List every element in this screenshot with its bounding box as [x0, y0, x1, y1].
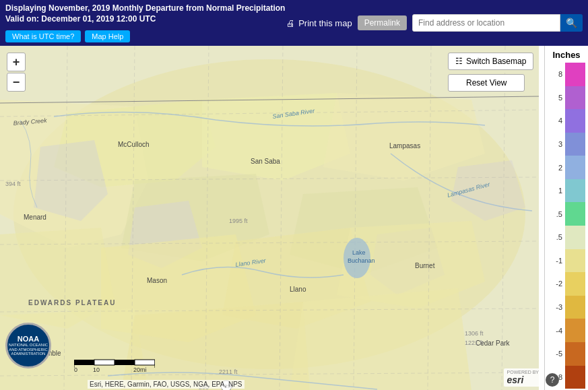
legend-color-swatch	[565, 226, 585, 249]
svg-rect-64	[135, 360, 155, 365]
noaa-emblem: NOAA NATIONAL OCEANIC AND ATMOSPHERIC AD…	[5, 323, 51, 368]
legend-item: 4	[545, 109, 588, 133]
print-button[interactable]: 🖨 Print this map	[286, 18, 352, 28]
legend-label: -5	[549, 350, 562, 358]
legend-color-swatch	[565, 109, 585, 133]
legend-item: .5	[545, 226, 588, 249]
legend-item: 1	[545, 179, 588, 203]
noaa-text: NOAA	[18, 335, 39, 343]
svg-text:Lampasas: Lampasas	[389, 142, 420, 150]
legend-item: 3	[545, 133, 588, 156]
printer-icon: 🖨	[286, 18, 295, 28]
legend-color-swatch	[565, 296, 585, 319]
svg-text:EDWARDS PLATEAU: EDWARDS PLATEAU	[28, 299, 116, 306]
svg-text:Llano: Llano	[290, 286, 306, 293]
header-right: 🖨 Print this map Permalink 🔍	[286, 14, 583, 32]
legend-item: -5	[545, 342, 588, 366]
legend-label: .5	[549, 210, 562, 218]
legend-color-swatch	[565, 249, 585, 273]
svg-marker-17	[121, 302, 310, 390]
svg-text:McCulloch: McCulloch	[118, 141, 150, 148]
svg-marker-18	[290, 288, 471, 390]
svg-text:1306 ft: 1306 ft	[465, 330, 484, 337]
svg-text:Menard: Menard	[24, 214, 46, 221]
esri-logo: POWERED BY esri	[504, 368, 542, 387]
legend-label: -4	[549, 327, 562, 335]
legend-label: -2	[549, 280, 562, 288]
legend-label: 8	[549, 70, 562, 78]
svg-rect-62	[94, 360, 115, 365]
scale-svg: 0 10 20mi	[74, 354, 155, 375]
legend-label: .5	[549, 233, 562, 241]
reset-view-button[interactable]: Reset View	[448, 74, 525, 92]
legend-label: 5	[549, 94, 562, 102]
legend-item: 2	[545, 156, 588, 179]
powered-by-text: POWERED BY	[507, 370, 539, 375]
header: Displaying November, 2019 Monthly Depart…	[0, 0, 588, 46]
legend-label: -1	[549, 257, 562, 265]
legend-color-swatch	[565, 272, 585, 296]
legend-label: 2	[549, 164, 562, 172]
svg-text:394 ft: 394 ft	[5, 181, 21, 187]
noaa-subtitle: NATIONAL OCEANIC AND ATMOSPHERIC ADMINIS…	[7, 343, 49, 356]
utc-time-button[interactable]: What is UTC time?	[5, 30, 81, 42]
legend-color-swatch	[565, 179, 585, 203]
legend-item: 8	[545, 63, 588, 86]
noaa-logo: NOAA NATIONAL OCEANIC AND ATMOSPHERIC AD…	[5, 323, 53, 370]
legend-item: 5	[545, 86, 588, 110]
legend-label: 3	[549, 140, 562, 148]
svg-text:San Saba: San Saba	[251, 158, 280, 165]
svg-rect-61	[74, 360, 94, 365]
legend-label: 1	[549, 187, 562, 195]
legend-color-swatch	[565, 202, 585, 226]
permalink-button[interactable]: Permalink	[358, 15, 407, 30]
legend-panel: Inches 8 5 4 3 2 1 .5 .5 -1	[544, 46, 588, 390]
search-container: 🔍	[412, 14, 583, 32]
legend-item: -3	[545, 296, 588, 319]
svg-text:1995 ft: 1995 ft	[229, 218, 248, 224]
map-svg: Brady Creek McCulloch San Saba Lampasas …	[0, 46, 539, 390]
svg-text:Mason: Mason	[147, 277, 167, 284]
map-help-button[interactable]: Map Help	[85, 30, 130, 42]
svg-text:20mi: 20mi	[133, 366, 147, 373]
svg-text:0: 0	[74, 366, 77, 373]
svg-rect-63	[115, 360, 135, 365]
header-title: Displaying November, 2019 Monthly Depart…	[5, 3, 285, 24]
svg-text:2211 ft: 2211 ft	[219, 368, 238, 375]
legend-item: -1	[545, 249, 588, 273]
zoom-controls: + −	[7, 53, 26, 92]
esri-text: esri	[507, 375, 539, 385]
legend-item: -4	[545, 319, 588, 342]
map-container: Brady Creek McCulloch San Saba Lampasas …	[0, 46, 588, 390]
svg-text:Buchanan: Buchanan	[348, 257, 375, 264]
zoom-in-button[interactable]: +	[7, 53, 26, 71]
legend-title: Inches	[552, 46, 580, 61]
legend-scale: 8 5 4 3 2 1 .5 .5 -1 -2	[545, 61, 588, 390]
legend-item: .5	[545, 202, 588, 226]
header-left: Displaying November, 2019 Monthly Depart…	[5, 3, 285, 42]
header-buttons: What is UTC time? Map Help	[5, 30, 285, 42]
legend-label: 4	[549, 117, 562, 125]
legend-color-swatch	[565, 86, 585, 110]
scale-bar: 0 10 20mi	[74, 354, 155, 377]
switch-basemap-button[interactable]: ☷ Switch Basemap	[448, 53, 533, 70]
search-input[interactable]	[412, 14, 560, 32]
help-button[interactable]: ?	[546, 373, 559, 387]
svg-text:1221 ft: 1221 ft	[465, 339, 484, 346]
search-icon: 🔍	[566, 18, 577, 28]
svg-text:Lake: Lake	[352, 249, 366, 256]
zoom-out-button[interactable]: −	[7, 73, 26, 92]
legend-item: -2	[545, 272, 588, 296]
legend-color-swatch	[565, 63, 585, 86]
legend-color-swatch	[565, 342, 585, 366]
legend-color-swatch	[565, 319, 585, 342]
search-button[interactable]: 🔍	[560, 14, 583, 32]
layers-icon: ☷	[455, 57, 463, 66]
legend-color-swatch	[565, 366, 585, 389]
svg-text:Burnet: Burnet	[415, 262, 435, 269]
attribution: Esri, HERE, Garmin, FAO, USGS, NGA, EPA,…	[88, 380, 244, 389]
svg-text:10: 10	[93, 366, 100, 373]
legend-label: -3	[549, 303, 562, 311]
legend-color-swatch	[565, 156, 585, 179]
legend-color-swatch	[565, 133, 585, 156]
